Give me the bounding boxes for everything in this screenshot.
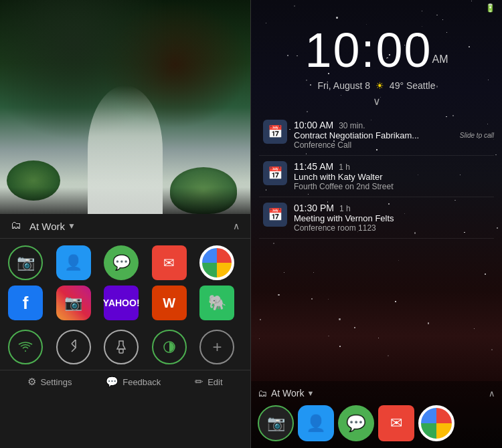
drawer-title-left: At Work bbox=[29, 221, 65, 232]
time-value: 10:00 bbox=[305, 23, 432, 77]
notif-title-2: Lunch with Katy Walter bbox=[294, 172, 490, 182]
right-briefcase-icon: 🗂 bbox=[258, 388, 267, 399]
app-office[interactable]: W bbox=[152, 286, 187, 320]
date-text: Fri, August 8 bbox=[317, 80, 370, 91]
right-drawer-chevron: ∧ bbox=[489, 388, 495, 399]
app-gmail[interactable]: ✉ bbox=[152, 245, 187, 280]
settings-icon: ⚙ bbox=[27, 376, 36, 388]
notif-sub-1: Conference Call bbox=[294, 140, 490, 150]
calendar-icon-1: 📅 bbox=[263, 120, 287, 144]
right-app-gmail[interactable]: ✉ bbox=[378, 405, 414, 441]
drawer-header-left[interactable]: 🗂 At Work ▼ ∧ bbox=[0, 214, 250, 239]
notif-sub-3: Conference room 1123 bbox=[294, 223, 490, 233]
briefcase-icon: 🗂 bbox=[11, 219, 24, 233]
feedback-label: Feedback bbox=[122, 377, 161, 387]
notif-sub-2: Fourth Coffee on 2nd Street bbox=[294, 182, 490, 191]
app-camera[interactable]: 📷 bbox=[8, 245, 43, 280]
app-evernote[interactable]: 🐘 bbox=[199, 286, 234, 320]
screen-mirror-button[interactable] bbox=[152, 330, 187, 364]
sun-icon: ☀ bbox=[375, 80, 384, 91]
notifications-list: 📅 10:00 AM 30 min. Contract Negotiation … bbox=[251, 112, 502, 381]
right-drawer-title: At Work bbox=[271, 388, 305, 399]
notif-duration-1: 30 min. bbox=[339, 121, 365, 130]
bottom-drawer-left: 🗂 At Work ▼ ∧ 📷 👤 💬 ✉ f 📷 YAHOO! W 🐘 bbox=[0, 214, 250, 448]
calendar-icon-2: 📅 bbox=[263, 161, 287, 185]
app-facebook[interactable]: f bbox=[8, 286, 43, 320]
am-pm-label: AM bbox=[432, 53, 448, 65]
status-bar-right: 🔋 bbox=[251, 0, 502, 16]
temperature: 49° bbox=[390, 80, 404, 91]
city: Seattle bbox=[406, 80, 436, 91]
svg-rect-0 bbox=[119, 349, 123, 353]
phone-right: 🔋 10:00AM Fri, August 8 ☀ 49° Seattle ∨ bbox=[251, 0, 502, 448]
calendar-icon-3: 📅 bbox=[263, 203, 287, 227]
app-contacts[interactable]: 👤 bbox=[56, 245, 91, 280]
right-app-hangouts[interactable]: 💬 bbox=[338, 405, 374, 441]
edit-icon: ✏ bbox=[195, 376, 203, 388]
bottom-bar-left: ⚙ Settings 💬 Feedback ✏ Edit bbox=[0, 370, 250, 393]
edit-label: Edit bbox=[207, 377, 222, 387]
notif-time-3: 01:30 PM bbox=[294, 203, 334, 213]
dropdown-arrow-left: ▼ bbox=[68, 221, 76, 231]
right-app-camera[interactable]: 📷 bbox=[258, 405, 294, 441]
right-apps-row: 📷 👤 💬 ✉ bbox=[258, 401, 495, 444]
feedback-icon: 💬 bbox=[106, 376, 118, 388]
notif-time-1: 10:00 AM bbox=[294, 120, 333, 130]
notif-item-1[interactable]: 📅 10:00 AM 30 min. Contract Negotiation … bbox=[259, 114, 494, 156]
right-bottom-drawer: 🗂 At Work ▼ ∧ 📷 👤 💬 ✉ bbox=[251, 381, 502, 448]
drawer-chevron-left: ∧ bbox=[233, 221, 240, 231]
phone-left: 🗂 At Work ▼ ∧ 📷 👤 💬 ✉ f 📷 YAHOO! W 🐘 bbox=[0, 0, 251, 448]
app-chrome[interactable] bbox=[199, 245, 234, 280]
main-container: 🗂 At Work ▼ ∧ 📷 👤 💬 ✉ f 📷 YAHOO! W 🐘 bbox=[0, 0, 502, 448]
date-weather: Fri, August 8 ☀ 49° Seattle bbox=[251, 78, 502, 94]
right-app-contacts[interactable]: 👤 bbox=[298, 405, 334, 441]
right-content: 🔋 10:00AM Fri, August 8 ☀ 49° Seattle ∨ bbox=[251, 0, 502, 448]
flashlight-button[interactable] bbox=[104, 330, 139, 364]
notif-duration-3: 1 h bbox=[339, 204, 351, 213]
notif-time-2: 11:45 AM bbox=[294, 161, 333, 172]
slide-to-call: Slide to call bbox=[460, 131, 494, 138]
bluetooth-button[interactable] bbox=[56, 330, 91, 364]
edit-item[interactable]: ✏ Edit bbox=[195, 376, 222, 388]
notif-item-2[interactable]: 📅 11:45 AM 1 h Lunch with Katy Walter Fo… bbox=[259, 156, 494, 197]
notif-title-3: Meeting with Vernon Felts bbox=[294, 213, 490, 223]
app-hangouts[interactable]: 💬 bbox=[104, 245, 139, 280]
quick-actions-left: + bbox=[0, 327, 250, 370]
wifi-button[interactable] bbox=[8, 330, 43, 364]
add-button[interactable]: + bbox=[199, 330, 234, 364]
wallpaper-overlay bbox=[0, 187, 250, 214]
time-display: 10:00AM bbox=[251, 16, 502, 78]
right-dropdown-arrow: ▼ bbox=[307, 389, 315, 397]
feedback-item[interactable]: 💬 Feedback bbox=[106, 376, 161, 388]
wallpaper-left bbox=[0, 0, 250, 214]
settings-item[interactable]: ⚙ Settings bbox=[27, 376, 72, 388]
notif-content-3: 01:30 PM 1 h Meeting with Vernon Felts C… bbox=[294, 203, 490, 233]
apps-grid-left: 📷 👤 💬 ✉ f 📷 YAHOO! W 🐘 bbox=[0, 239, 250, 327]
notif-item-3[interactable]: 📅 01:30 PM 1 h Meeting with Vernon Felts… bbox=[259, 197, 494, 239]
right-app-chrome[interactable] bbox=[418, 405, 454, 441]
chevron-down-center: ∨ bbox=[251, 94, 502, 112]
app-yahoo[interactable]: YAHOO! bbox=[104, 286, 139, 320]
settings-label: Settings bbox=[40, 377, 72, 387]
app-instagram[interactable]: 📷 bbox=[56, 286, 91, 320]
notif-content-2: 11:45 AM 1 h Lunch with Katy Walter Four… bbox=[294, 161, 490, 191]
right-drawer-header[interactable]: 🗂 At Work ▼ ∧ bbox=[258, 385, 495, 401]
time-large: 10:00AM bbox=[251, 23, 502, 78]
notif-duration-2: 1 h bbox=[339, 162, 350, 172]
battery-icon-right: 🔋 bbox=[485, 3, 495, 13]
